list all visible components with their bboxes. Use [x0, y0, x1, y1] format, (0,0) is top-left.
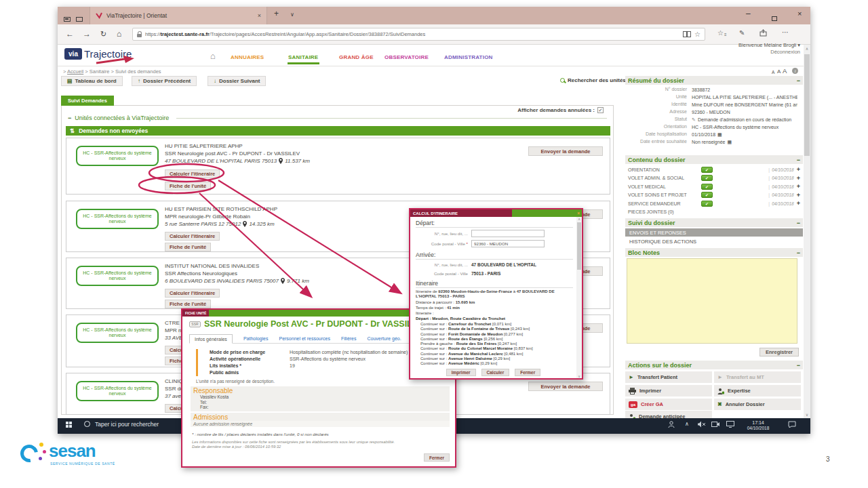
depart-cp-input[interactable] — [471, 240, 545, 247]
breadcrumb-home[interactable]: Accueil — [67, 68, 83, 75]
logout-link[interactable]: Déconnexion — [665, 49, 800, 55]
tab-filieres[interactable]: Filières — [341, 336, 357, 341]
new-tab-button[interactable]: + — [274, 9, 279, 18]
browser-home-icon[interactable]: ⌂ — [117, 29, 121, 39]
expand-icon[interactable]: + — [797, 183, 800, 190]
text-size-small[interactable]: A — [772, 70, 774, 75]
scroll-up-icon[interactable]: ∧ — [804, 45, 810, 52]
popup-close-icon[interactable]: × — [577, 211, 580, 216]
content-item[interactable]: VOLET MEDICAL✔|04/10/2018+ — [625, 182, 803, 191]
camera-icon[interactable] — [711, 422, 719, 427]
taskbar-clock[interactable]: 17:14 04/10/2018 — [742, 420, 774, 431]
window-close-button[interactable]: × — [797, 9, 802, 18]
send-request-button[interactable]: Envoyer la demande — [528, 382, 603, 391]
nav-annuaires[interactable]: ANNUAIRES — [231, 54, 264, 60]
speaker-muted-icon[interactable] — [697, 421, 706, 428]
cortana-icon[interactable] — [84, 421, 90, 427]
expand-icon[interactable]: + — [797, 175, 800, 182]
share-icon[interactable] — [760, 29, 767, 37]
tab-couverture[interactable]: Couverture géo. — [368, 336, 401, 341]
scroll-down-icon[interactable]: ∨ — [576, 374, 582, 378]
next-dossier-button[interactable]: ↓ Dossier Suivant — [208, 76, 266, 86]
group-header-unsent[interactable]: ⇅ Demandes non envoyées — [66, 126, 610, 136]
nav-grand-age[interactable]: GRAND ÂGE — [339, 54, 374, 60]
calculate-route-button[interactable]: Calculer l'itineraire — [165, 289, 220, 298]
calendar-icon[interactable]: ▦ — [717, 131, 722, 138]
window-restore-button[interactable] — [772, 12, 777, 24]
more-menu-icon[interactable]: ⋯ — [782, 28, 789, 36]
attachments-item[interactable]: PIECES JOINTES (0) — [625, 208, 803, 217]
notification-icon[interactable] — [788, 421, 796, 428]
tray-expand-icon[interactable]: ∧ — [685, 421, 689, 427]
scroll-down-icon[interactable]: ∨ — [804, 411, 810, 418]
info-icon[interactable]: i — [792, 68, 798, 74]
site-home-icon[interactable]: ⌂ — [210, 51, 216, 61]
unit-sheet-button[interactable]: Fiche de l'unité — [165, 243, 211, 251]
action-transfert-mt[interactable]: ► Transfert au MT — [714, 371, 801, 383]
unit-sheet-button[interactable]: Fiche de l'unité — [165, 182, 211, 190]
unit-sheet-button[interactable]: Fiche de l'unité — [165, 300, 211, 308]
taskbar-search[interactable]: Taper ici pour rechercher — [95, 421, 159, 428]
browser-tab[interactable]: ViaTrajectoire | Orientat × — [90, 7, 267, 24]
collapse-icon[interactable]: − — [797, 157, 800, 163]
expand-icon[interactable]: + — [797, 192, 800, 199]
search-units-button[interactable]: Rechercher des unités — [560, 77, 626, 83]
action-creer-ga[interactable]: ga Créer GA — [625, 399, 712, 410]
tab-personnel[interactable]: Personnel et ressources — [279, 336, 330, 341]
window-minimize-button[interactable]: – — [746, 9, 751, 18]
content-item[interactable]: VOLET ADMIN. & SOCIAL✔|04/10/2018+ — [625, 174, 803, 183]
previous-dossier-button[interactable]: ↑ Dossier Précédent — [132, 76, 197, 86]
add-favorite-icon[interactable]: ☆ — [694, 30, 701, 38]
action-imprimer[interactable]: Imprimer — [625, 385, 712, 396]
print-route-button[interactable]: Imprimer — [446, 369, 476, 376]
nav-administration[interactable]: ADMINISTRATION — [444, 54, 493, 60]
url-field[interactable]: https://trajectest.sante-ra.fr/Trajectoi… — [132, 28, 705, 41]
content-item[interactable]: SERVICE DEMANDEUR✔|04/10/2018+ — [625, 199, 803, 208]
action-annuler-dossier[interactable]: ✖ Annuler Dossier — [714, 399, 801, 410]
sort-updown-icon[interactable]: ⇅ — [70, 127, 75, 134]
calculate-route-button[interactable]: Calculer l'itineraire — [165, 232, 220, 241]
calendar-icon[interactable]: ▦ — [727, 139, 732, 146]
user-welcome[interactable]: Bienvenue Mélaine Brogli ▾ — [665, 42, 800, 48]
tracking-item[interactable]: HISTORIQUE DES ACTIONS — [625, 239, 803, 245]
action-transfert-patient[interactable]: ► Transfert Patient — [625, 371, 712, 383]
tab-pathologies[interactable]: Pathologies — [243, 336, 269, 341]
nav-sanitaire[interactable]: SANITAIRE — [288, 54, 318, 60]
save-notes-button[interactable]: Enregistrer — [760, 348, 799, 357]
content-item[interactable]: ORIENTATION✔|04/10/2018+ — [625, 165, 803, 174]
people-icon[interactable] — [668, 420, 675, 428]
logo-via-chip[interactable]: via — [64, 48, 82, 60]
dashboard-button[interactable]: ▤ Tableau de bord — [61, 76, 123, 86]
content-item[interactable]: VOLET SOINS ET PROJET✔|04/10/2018+ — [625, 191, 803, 200]
collapse-icon[interactable]: − — [797, 249, 800, 256]
expand-icon[interactable]: + — [797, 200, 800, 207]
back-icon[interactable]: ← — [66, 29, 74, 39]
collapse-icon[interactable]: − — [68, 115, 71, 121]
tab-close-icon[interactable]: × — [258, 12, 261, 19]
hub-favorites-icon[interactable]: ☆ — [717, 29, 724, 37]
action-expertise[interactable]: Expertise — [714, 385, 801, 396]
collapse-icon[interactable]: − — [797, 220, 800, 226]
tab-infos-generales[interactable]: Infos générales — [189, 334, 233, 344]
show-cancelled-checkbox[interactable]: ✔ — [597, 107, 604, 113]
forward-icon[interactable]: → — [83, 29, 91, 39]
collapse-icon[interactable]: − — [797, 77, 800, 84]
close-unit-popup-button[interactable]: Fermer — [424, 453, 450, 462]
calculate-route-button[interactable]: Calculer l'itineraire — [165, 169, 220, 178]
set-tabs-aside-icon[interactable] — [76, 12, 83, 24]
nav-observatoire[interactable]: OBSERVATOIRE — [384, 54, 429, 60]
tab-list-icon[interactable]: ∨ — [290, 12, 294, 18]
start-button[interactable] — [66, 422, 72, 428]
tracking-item-selected[interactable]: ENVOIS ET REPONSES — [625, 228, 803, 237]
reading-view-icon[interactable] — [683, 31, 691, 37]
collapse-icon[interactable]: − — [797, 362, 800, 369]
close-route-popup-button[interactable]: Fermer — [515, 369, 540, 376]
text-size-large[interactable]: A — [783, 67, 787, 75]
show-cancelled-toggle[interactable]: Afficher demandes annulées : ✔ — [434, 107, 604, 113]
scrollbar-thumb[interactable] — [804, 54, 810, 156]
popup-scrollbar[interactable]: ∧ ∨ — [576, 217, 582, 378]
notes-textarea[interactable] — [627, 258, 797, 344]
refresh-icon[interactable]: ↻ — [100, 30, 106, 39]
tab-suivi-demandes[interactable]: Suivi Demandes — [61, 96, 114, 106]
text-size-medium[interactable]: A — [777, 68, 781, 75]
